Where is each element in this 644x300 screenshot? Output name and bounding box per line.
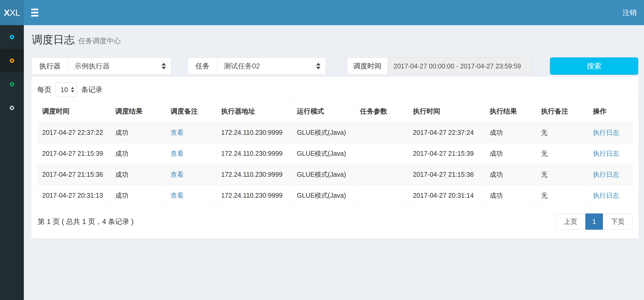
hamburger-icon	[31, 12, 38, 13]
select-arrows-icon	[71, 87, 74, 93]
cell-action: 执行日志	[588, 164, 633, 185]
cell-trigger-time: 2017-04-27 20:31:13	[37, 185, 111, 206]
cell-action: 执行日志	[588, 143, 633, 164]
dispatch-log-table: 调度时间 调度结果 调度备注 执行器地址 运行模式 任务参数 执行时间 执行结果…	[37, 100, 633, 206]
sidebar-nav	[0, 25, 24, 300]
select-arrows-icon	[162, 63, 166, 69]
table-row: 2017-04-27 21:15:39 成功 查看 172.24.110.230…	[37, 143, 633, 164]
trigger-time-filter-label: 调度时间	[347, 57, 388, 75]
cell-handle-result: 成功	[485, 143, 536, 164]
sidebar-item-2-active[interactable]	[0, 49, 24, 72]
spacer	[532, 57, 550, 75]
col-header-trigger-msg: 调度备注	[166, 101, 216, 122]
col-header-executor-param: 任务参数	[355, 101, 408, 122]
panel-footer: 第 1 页 ( 总共 1 页，4 条记录 ) 上页 1 下页	[37, 213, 633, 230]
sidebar-toggle-button[interactable]	[31, 0, 46, 25]
cell-handle-msg: 无	[536, 164, 588, 185]
sidebar-item-3[interactable]	[0, 72, 24, 96]
cell-glue-type: GLUE模式(Java)	[292, 122, 355, 143]
cell-trigger-msg: 查看	[166, 143, 216, 164]
cell-handle-result: 成功	[485, 122, 536, 143]
top-navbar: XXL 注销	[0, 0, 644, 25]
sidebar-item-1[interactable]	[0, 25, 24, 49]
table-row: 2017-04-27 20:31:13 成功 查看 172.24.110.230…	[37, 185, 633, 206]
page-title: 调度日志	[32, 33, 75, 47]
cell-trigger-time: 2017-04-27 21:15:39	[37, 143, 111, 164]
select-arrows-icon	[316, 63, 320, 69]
cell-handle-result: 成功	[485, 164, 536, 185]
page-size-prefix-label: 每页	[37, 85, 51, 94]
cell-executor-param	[355, 122, 408, 143]
xxl-job-admin-page: XXL 注销 调度日志 任务调度中心 执行器	[0, 0, 644, 300]
circle-icon	[10, 82, 14, 87]
cell-executor-param	[355, 143, 408, 164]
spacer	[326, 57, 347, 75]
cell-trigger-result: 成功	[111, 143, 166, 164]
cell-trigger-msg: 查看	[166, 122, 216, 143]
cell-handle-time: 2017-04-27 21:15:39	[408, 143, 485, 164]
cell-trigger-result: 成功	[111, 185, 166, 206]
cell-glue-type: GLUE模式(Java)	[292, 143, 355, 164]
execution-log-link[interactable]: 执行日志	[593, 129, 619, 136]
execution-log-link[interactable]: 执行日志	[593, 192, 619, 199]
col-header-trigger-result: 调度结果	[111, 101, 166, 122]
pagination-summary: 第 1 页 ( 总共 1 页，4 条记录 )	[37, 217, 134, 226]
cell-handle-time: 2017-04-27 20:31:14	[408, 185, 485, 206]
logout-link[interactable]: 注销	[623, 0, 637, 25]
executor-filter-label: 执行器	[32, 57, 68, 75]
hamburger-icon	[31, 9, 38, 10]
filter-bar: 执行器 示例执行器 任务 测试任务02 调度时间 2017-04-27 00:0…	[32, 57, 638, 75]
page-size-suffix-label: 条记录	[81, 85, 102, 94]
hamburger-icon	[31, 15, 38, 17]
job-filter-label: 任务	[188, 57, 217, 75]
trigger-time-range-input[interactable]: 2017-04-27 00:00:00 - 2017-04-27 23:59:5…	[388, 57, 532, 75]
cell-action: 执行日志	[588, 185, 633, 206]
cell-executor-param	[355, 164, 408, 185]
executor-filter-group: 执行器 示例执行器	[32, 57, 171, 75]
cell-glue-type: GLUE模式(Java)	[292, 185, 355, 206]
col-header-trigger-time: 调度时间	[37, 101, 111, 122]
view-trigger-msg-link[interactable]: 查看	[171, 150, 184, 157]
page-size-row: 每页 10 条记录	[37, 81, 633, 98]
job-select-value: 测试任务02	[224, 61, 260, 71]
cell-handle-msg: 无	[536, 143, 588, 164]
cell-trigger-time: 2017-04-27 21:15:36	[37, 164, 111, 185]
table-row: 2017-04-27 21:15:36 成功 查看 172.24.110.230…	[37, 164, 633, 185]
circle-icon	[10, 35, 14, 39]
cell-handle-msg: 无	[536, 122, 588, 143]
table-header-row: 调度时间 调度结果 调度备注 执行器地址 运行模式 任务参数 执行时间 执行结果…	[37, 101, 633, 122]
executor-select[interactable]: 示例执行器	[68, 57, 171, 75]
prev-page-button[interactable]: 上页	[556, 213, 586, 230]
view-trigger-msg-link[interactable]: 查看	[171, 192, 184, 199]
next-page-button[interactable]: 下页	[603, 213, 633, 230]
spacer	[171, 57, 188, 75]
app-logo-text: XL	[10, 8, 20, 18]
cell-handle-msg: 无	[536, 185, 588, 206]
trigger-time-filter-group: 调度时间 2017-04-27 00:00:00 - 2017-04-27 23…	[347, 57, 532, 75]
execution-log-link[interactable]: 执行日志	[593, 171, 619, 178]
search-button[interactable]: 搜索	[550, 57, 638, 75]
cell-executor-address: 172.24.110.230:9999	[216, 185, 292, 206]
page-size-select[interactable]: 10	[56, 82, 77, 97]
page-subtitle: 任务调度中心	[78, 36, 121, 46]
app-logo[interactable]: XXL	[0, 0, 24, 25]
cell-executor-address: 172.24.110.230:9999	[216, 164, 292, 185]
app-logo-text-bold: X	[4, 8, 10, 18]
sidebar-item-4[interactable]	[0, 96, 24, 120]
content-area: 调度日志 任务调度中心 执行器 示例执行器 任务 测试任务02	[24, 25, 644, 300]
content-header: 调度日志 任务调度中心	[24, 25, 644, 47]
cell-handle-result: 成功	[485, 185, 536, 206]
cell-action: 执行日志	[588, 122, 633, 143]
job-select[interactable]: 测试任务02	[217, 57, 326, 75]
cell-executor-param	[355, 185, 408, 206]
execution-log-link[interactable]: 执行日志	[593, 150, 619, 157]
view-trigger-msg-link[interactable]: 查看	[171, 129, 184, 136]
circle-icon	[10, 106, 14, 110]
cell-executor-address: 172.24.110.230:9999	[216, 143, 292, 164]
col-header-action: 操作	[588, 101, 633, 122]
cell-trigger-time: 2017-04-27 22:37:22	[37, 122, 111, 143]
current-page-button[interactable]: 1	[585, 213, 603, 230]
view-trigger-msg-link[interactable]: 查看	[171, 171, 184, 178]
col-header-handle-msg: 执行备注	[536, 101, 588, 122]
cell-trigger-result: 成功	[111, 164, 166, 185]
